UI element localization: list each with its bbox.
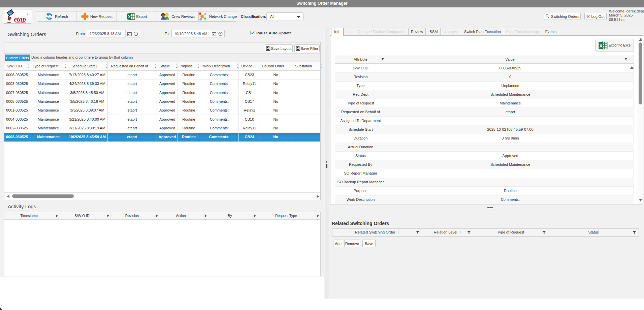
svg-text:Powering Success: Powering Success bbox=[15, 22, 26, 23]
svg-text:®: ® bbox=[27, 13, 29, 15]
svg-text:X: X bbox=[600, 43, 603, 48]
svg-text:X: X bbox=[128, 14, 131, 19]
